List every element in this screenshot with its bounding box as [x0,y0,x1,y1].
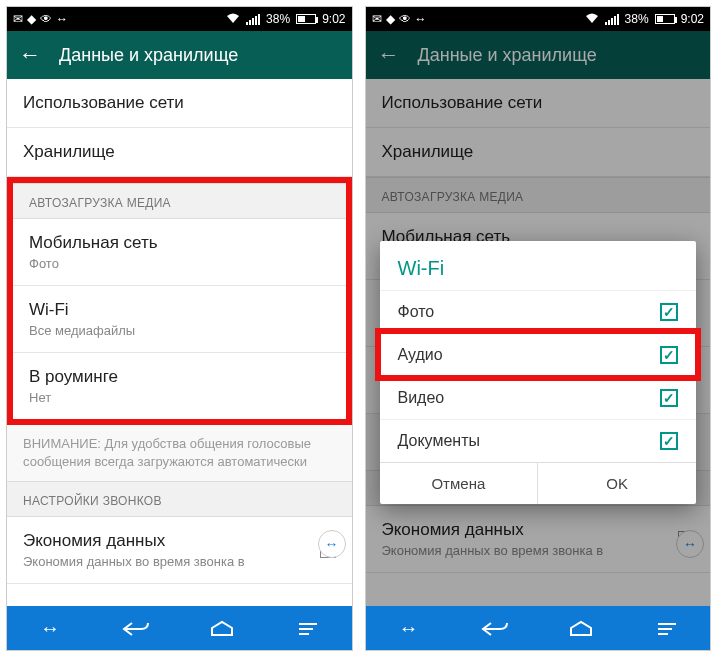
row-subtitle: Экономия данных во время звонка в [382,543,604,558]
option-label: Аудио [398,346,443,364]
app-bar: ← Данные и хранилище [366,31,711,79]
row-title: Wi-Fi [29,300,330,320]
settings-list-dimmed: Использование сети Хранилище АВТОЗАГРУЗК… [366,79,711,606]
nav-back-icon[interactable] [452,617,538,640]
tag-icon: ◆ [386,12,395,26]
row-mobile-data[interactable]: Мобильная сеть Фото [13,219,346,286]
nav-recents-icon[interactable] [265,617,351,640]
option-photo[interactable]: Фото [380,290,697,333]
battery-pct: 38% [266,12,290,26]
battery-icon [655,14,675,24]
row-title: Использование сети [23,93,336,113]
teamviewer-icon: ↔ [415,12,427,26]
ok-button[interactable]: OK [538,463,696,504]
option-label: Видео [398,389,445,407]
battery-pct: 38% [625,12,649,26]
screenshot-left: ✉ ◆ 👁 ↔ 38% 9:02 ← Данные и хранилище Ис… [6,6,353,651]
checkbox-video[interactable] [660,389,678,407]
checkbox-audio[interactable] [660,346,678,364]
row-subtitle: Фото [29,256,330,271]
row-storage[interactable]: Хранилище [7,128,352,177]
row-storage: Хранилище [366,128,711,177]
wifi-icon [226,12,240,27]
status-bar: ✉ ◆ 👁 ↔ 38% 9:02 [366,7,711,31]
row-low-data[interactable]: Экономия данных Экономия данных во время… [7,517,352,584]
option-audio[interactable]: Аудио [380,333,697,376]
signal-icon [246,13,260,25]
checkbox-low-data [678,531,694,547]
nav-teamviewer[interactable]: ↔ [7,617,93,640]
nav-bar: ↔ [7,606,352,650]
battery-icon [296,14,316,24]
teamviewer-badge[interactable]: ↔ [676,530,704,558]
row-title: Хранилище [23,142,336,162]
nav-recents-icon[interactable] [624,617,710,640]
section-header-autodownload: АВТОЗАГРУЗКА МЕДИА [366,177,711,213]
section-header-calls: НАСТРОЙКИ ЗВОНКОВ [7,481,352,517]
row-title: Использование сети [382,93,695,113]
nav-home-icon[interactable] [179,617,265,640]
checkbox-documents[interactable] [660,432,678,450]
wifi-autodownload-dialog: Wi-Fi Фото Аудио Видео Документы Отмена … [380,241,697,504]
dialog-actions: Отмена OK [380,462,697,504]
status-bar: ✉ ◆ 👁 ↔ 38% 9:02 [7,7,352,31]
row-wifi[interactable]: Wi-Fi Все медиафайлы [13,286,346,353]
option-documents[interactable]: Документы [380,419,697,462]
wifi-icon [585,12,599,27]
option-video[interactable]: Видео [380,376,697,419]
row-network-usage: Использование сети [366,79,711,128]
nav-bar: ↔ [366,606,711,650]
mail-icon: ✉ [372,12,382,26]
row-title: Хранилище [382,142,695,162]
mail-icon: ✉ [13,12,23,26]
highlight-autodownload: АВТОЗАГРУЗКА МЕДИА Мобильная сеть Фото W… [7,177,352,425]
clock: 9:02 [322,12,345,26]
row-title: В роуминге [29,367,330,387]
row-network-usage[interactable]: Использование сети [7,79,352,128]
teamviewer-badge[interactable]: ↔ [318,530,346,558]
nav-teamviewer[interactable]: ↔ [366,617,452,640]
dialog-title: Wi-Fi [380,241,697,290]
back-icon[interactable]: ← [19,42,41,68]
cancel-button[interactable]: Отмена [380,463,539,504]
row-title: Экономия данных [382,520,604,540]
row-subtitle: Нет [29,390,330,405]
teamviewer-icon: ↔ [56,12,68,26]
appbar-title: Данные и хранилище [418,45,597,66]
app-bar: ← Данные и хранилище [7,31,352,79]
appbar-title: Данные и хранилище [59,45,238,66]
eye-icon: 👁 [399,12,411,26]
row-roaming[interactable]: В роуминге Нет [13,353,346,419]
row-subtitle: Все медиафайлы [29,323,330,338]
section-header-autodownload: АВТОЗАГРУЗКА МЕДИА [13,183,346,219]
settings-list: Использование сети Хранилище АВТОЗАГРУЗК… [7,79,352,606]
option-label: Документы [398,432,480,450]
option-label: Фото [398,303,435,321]
row-title: Экономия данных [23,531,245,551]
checkbox-photo[interactable] [660,303,678,321]
clock: 9:02 [681,12,704,26]
row-subtitle: Экономия данных во время звонка в [23,554,245,569]
back-icon: ← [378,42,400,68]
row-low-data: Экономия данных Экономия данных во время… [366,506,711,573]
signal-icon [605,13,619,25]
info-note: ВНИМАНИЕ: Для удобства общения голосовые… [7,425,352,481]
row-title: Мобильная сеть [29,233,330,253]
nav-home-icon[interactable] [538,617,624,640]
tag-icon: ◆ [27,12,36,26]
eye-icon: 👁 [40,12,52,26]
nav-back-icon[interactable] [93,617,179,640]
screenshot-right: ✉ ◆ 👁 ↔ 38% 9:02 ← Данные и хранилище Ис… [365,6,712,651]
